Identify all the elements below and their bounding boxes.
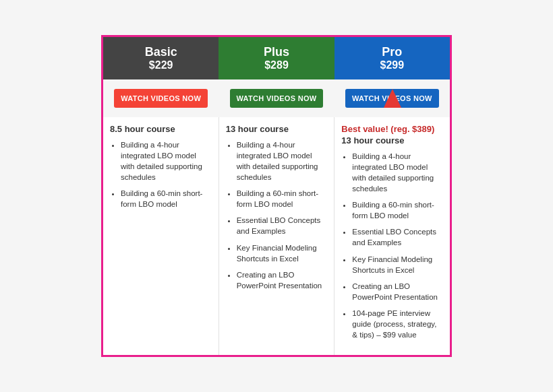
list-item: Building a 4-hour integrated LBO model w…: [121, 139, 212, 183]
plan-headers-row: Basic $229 Plus $289 Pro $299: [103, 37, 450, 79]
pricing-table: Basic $229 Plus $289 Pro $299 WATCH VIDE…: [101, 35, 452, 357]
plan-header-plus: Plus $289: [219, 37, 334, 79]
plus-features-col: 13 hour course Building a 4-hour integra…: [219, 117, 335, 355]
plan-price-plus: $289: [224, 59, 328, 71]
plan-features-row: 8.5 hour course Building a 4-hour integr…: [103, 117, 450, 355]
list-item: Creating an LBO PowerPoint Presentation: [237, 269, 328, 291]
pro-best-value-label: Best value! (reg. $389): [341, 124, 443, 134]
list-item: Building a 4-hour integrated LBO model w…: [352, 151, 443, 194]
plan-name-plus: Plus: [224, 45, 328, 59]
plan-header-pro: Pro $299: [334, 37, 450, 79]
plan-price-pro: $299: [340, 59, 444, 71]
plan-price-basic: $229: [109, 59, 213, 71]
list-item: Building a 60-min short-form LBO model: [352, 199, 443, 221]
plus-course-label: 13 hour course: [226, 124, 328, 134]
plan-header-basic: Basic $229: [103, 37, 219, 79]
basic-watch-button[interactable]: WATCH VIDEOS NOW: [114, 89, 208, 108]
basic-course-label: 8.5 hour course: [110, 124, 212, 134]
arrow-indicator: [384, 89, 401, 108]
list-item: Building a 4-hour integrated LBO model w…: [237, 139, 328, 183]
pro-feature-list: Building a 4-hour integrated LBO model w…: [341, 151, 443, 340]
basic-feature-list: Building a 4-hour integrated LBO model w…: [110, 139, 212, 210]
plus-btn-cell: WATCH VIDEOS NOW: [219, 86, 334, 110]
pro-course-label: 13 hour course: [341, 135, 443, 145]
plus-feature-list: Building a 4-hour integrated LBO model w…: [226, 139, 328, 291]
list-item: Key Financial Modeling Shortcuts in Exce…: [237, 242, 328, 264]
list-item: Key Financial Modeling Shortcuts in Exce…: [352, 254, 443, 275]
list-item: Essential LBO Concepts and Examples: [352, 226, 443, 248]
basic-btn-cell: WATCH VIDEOS NOW: [103, 86, 219, 110]
pro-features-col: Best value! (reg. $389) 13 hour course B…: [334, 117, 450, 355]
plan-name-basic: Basic: [109, 45, 213, 59]
plan-name-pro: Pro: [340, 45, 444, 59]
list-item: 104-page PE interview guide (process, st…: [352, 308, 443, 340]
list-item: Building a 60-min short-form LBO model: [121, 188, 212, 209]
list-item: Building a 60-min short-form LBO model: [237, 188, 328, 209]
basic-features-col: 8.5 hour course Building a 4-hour integr…: [103, 117, 219, 355]
list-item: Essential LBO Concepts and Examples: [237, 215, 328, 236]
page-wrapper: Basic $229 Plus $289 Pro $299 WATCH VIDE…: [0, 0, 553, 392]
plus-watch-button[interactable]: WATCH VIDEOS NOW: [230, 89, 324, 108]
list-item: Creating an LBO PowerPoint Presentation: [352, 281, 443, 302]
